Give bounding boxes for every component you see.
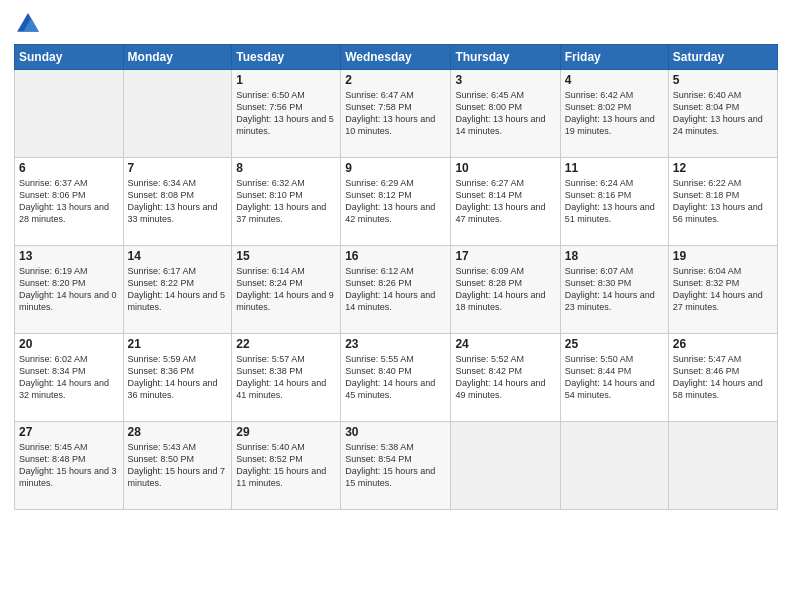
- day-number: 15: [236, 249, 336, 263]
- day-info: Sunrise: 6:14 AMSunset: 8:24 PMDaylight:…: [236, 265, 336, 314]
- day-info: Sunrise: 6:27 AMSunset: 8:14 PMDaylight:…: [455, 177, 555, 226]
- day-number: 21: [128, 337, 228, 351]
- day-info: Sunrise: 6:32 AMSunset: 8:10 PMDaylight:…: [236, 177, 336, 226]
- day-cell: 11Sunrise: 6:24 AMSunset: 8:16 PMDayligh…: [560, 158, 668, 246]
- day-number: 26: [673, 337, 773, 351]
- day-cell: 7Sunrise: 6:34 AMSunset: 8:08 PMDaylight…: [123, 158, 232, 246]
- logo-icon: [14, 10, 42, 38]
- day-number: 10: [455, 161, 555, 175]
- day-number: 11: [565, 161, 664, 175]
- day-info: Sunrise: 6:09 AMSunset: 8:28 PMDaylight:…: [455, 265, 555, 314]
- weekday-header-sunday: Sunday: [15, 45, 124, 70]
- day-cell: 6Sunrise: 6:37 AMSunset: 8:06 PMDaylight…: [15, 158, 124, 246]
- day-info: Sunrise: 6:04 AMSunset: 8:32 PMDaylight:…: [673, 265, 773, 314]
- day-info: Sunrise: 6:24 AMSunset: 8:16 PMDaylight:…: [565, 177, 664, 226]
- day-number: 18: [565, 249, 664, 263]
- day-cell: [560, 422, 668, 510]
- day-cell: 14Sunrise: 6:17 AMSunset: 8:22 PMDayligh…: [123, 246, 232, 334]
- day-cell: 3Sunrise: 6:45 AMSunset: 8:00 PMDaylight…: [451, 70, 560, 158]
- day-number: 29: [236, 425, 336, 439]
- weekday-header-monday: Monday: [123, 45, 232, 70]
- day-number: 9: [345, 161, 446, 175]
- day-info: Sunrise: 6:29 AMSunset: 8:12 PMDaylight:…: [345, 177, 446, 226]
- day-number: 4: [565, 73, 664, 87]
- day-cell: 30Sunrise: 5:38 AMSunset: 8:54 PMDayligh…: [341, 422, 451, 510]
- day-info: Sunrise: 6:22 AMSunset: 8:18 PMDaylight:…: [673, 177, 773, 226]
- day-number: 23: [345, 337, 446, 351]
- day-number: 17: [455, 249, 555, 263]
- day-cell: 4Sunrise: 6:42 AMSunset: 8:02 PMDaylight…: [560, 70, 668, 158]
- day-cell: 16Sunrise: 6:12 AMSunset: 8:26 PMDayligh…: [341, 246, 451, 334]
- day-cell: 25Sunrise: 5:50 AMSunset: 8:44 PMDayligh…: [560, 334, 668, 422]
- day-cell: [451, 422, 560, 510]
- day-cell: 19Sunrise: 6:04 AMSunset: 8:32 PMDayligh…: [668, 246, 777, 334]
- day-number: 12: [673, 161, 773, 175]
- week-row-1: 1Sunrise: 6:50 AMSunset: 7:56 PMDaylight…: [15, 70, 778, 158]
- day-cell: 8Sunrise: 6:32 AMSunset: 8:10 PMDaylight…: [232, 158, 341, 246]
- day-number: 24: [455, 337, 555, 351]
- week-row-3: 13Sunrise: 6:19 AMSunset: 8:20 PMDayligh…: [15, 246, 778, 334]
- day-info: Sunrise: 5:52 AMSunset: 8:42 PMDaylight:…: [455, 353, 555, 402]
- day-number: 30: [345, 425, 446, 439]
- day-cell: 22Sunrise: 5:57 AMSunset: 8:38 PMDayligh…: [232, 334, 341, 422]
- day-info: Sunrise: 5:47 AMSunset: 8:46 PMDaylight:…: [673, 353, 773, 402]
- day-info: Sunrise: 6:17 AMSunset: 8:22 PMDaylight:…: [128, 265, 228, 314]
- day-info: Sunrise: 6:45 AMSunset: 8:00 PMDaylight:…: [455, 89, 555, 138]
- day-cell: 23Sunrise: 5:55 AMSunset: 8:40 PMDayligh…: [341, 334, 451, 422]
- day-info: Sunrise: 5:43 AMSunset: 8:50 PMDaylight:…: [128, 441, 228, 490]
- day-info: Sunrise: 5:38 AMSunset: 8:54 PMDaylight:…: [345, 441, 446, 490]
- day-info: Sunrise: 6:34 AMSunset: 8:08 PMDaylight:…: [128, 177, 228, 226]
- day-number: 8: [236, 161, 336, 175]
- day-info: Sunrise: 6:37 AMSunset: 8:06 PMDaylight:…: [19, 177, 119, 226]
- day-cell: 26Sunrise: 5:47 AMSunset: 8:46 PMDayligh…: [668, 334, 777, 422]
- day-number: 3: [455, 73, 555, 87]
- day-number: 2: [345, 73, 446, 87]
- week-row-5: 27Sunrise: 5:45 AMSunset: 8:48 PMDayligh…: [15, 422, 778, 510]
- logo: [14, 10, 46, 38]
- day-cell: 24Sunrise: 5:52 AMSunset: 8:42 PMDayligh…: [451, 334, 560, 422]
- day-cell: 1Sunrise: 6:50 AMSunset: 7:56 PMDaylight…: [232, 70, 341, 158]
- day-info: Sunrise: 6:42 AMSunset: 8:02 PMDaylight:…: [565, 89, 664, 138]
- day-cell: 13Sunrise: 6:19 AMSunset: 8:20 PMDayligh…: [15, 246, 124, 334]
- day-cell: 2Sunrise: 6:47 AMSunset: 7:58 PMDaylight…: [341, 70, 451, 158]
- weekday-header-thursday: Thursday: [451, 45, 560, 70]
- day-cell: 10Sunrise: 6:27 AMSunset: 8:14 PMDayligh…: [451, 158, 560, 246]
- weekday-header-friday: Friday: [560, 45, 668, 70]
- weekday-header-tuesday: Tuesday: [232, 45, 341, 70]
- day-cell: 9Sunrise: 6:29 AMSunset: 8:12 PMDaylight…: [341, 158, 451, 246]
- day-number: 6: [19, 161, 119, 175]
- day-cell: [123, 70, 232, 158]
- day-number: 14: [128, 249, 228, 263]
- weekday-header-wednesday: Wednesday: [341, 45, 451, 70]
- day-cell: 28Sunrise: 5:43 AMSunset: 8:50 PMDayligh…: [123, 422, 232, 510]
- day-number: 27: [19, 425, 119, 439]
- day-info: Sunrise: 6:12 AMSunset: 8:26 PMDaylight:…: [345, 265, 446, 314]
- day-cell: 20Sunrise: 6:02 AMSunset: 8:34 PMDayligh…: [15, 334, 124, 422]
- day-cell: 5Sunrise: 6:40 AMSunset: 8:04 PMDaylight…: [668, 70, 777, 158]
- day-info: Sunrise: 6:07 AMSunset: 8:30 PMDaylight:…: [565, 265, 664, 314]
- day-number: 13: [19, 249, 119, 263]
- day-cell: 27Sunrise: 5:45 AMSunset: 8:48 PMDayligh…: [15, 422, 124, 510]
- day-number: 5: [673, 73, 773, 87]
- day-info: Sunrise: 5:59 AMSunset: 8:36 PMDaylight:…: [128, 353, 228, 402]
- day-info: Sunrise: 5:50 AMSunset: 8:44 PMDaylight:…: [565, 353, 664, 402]
- day-info: Sunrise: 6:40 AMSunset: 8:04 PMDaylight:…: [673, 89, 773, 138]
- day-number: 25: [565, 337, 664, 351]
- weekday-header-row: SundayMondayTuesdayWednesdayThursdayFrid…: [15, 45, 778, 70]
- day-info: Sunrise: 5:40 AMSunset: 8:52 PMDaylight:…: [236, 441, 336, 490]
- day-info: Sunrise: 5:55 AMSunset: 8:40 PMDaylight:…: [345, 353, 446, 402]
- day-number: 16: [345, 249, 446, 263]
- day-number: 7: [128, 161, 228, 175]
- week-row-2: 6Sunrise: 6:37 AMSunset: 8:06 PMDaylight…: [15, 158, 778, 246]
- week-row-4: 20Sunrise: 6:02 AMSunset: 8:34 PMDayligh…: [15, 334, 778, 422]
- calendar-table: SundayMondayTuesdayWednesdayThursdayFrid…: [14, 44, 778, 510]
- day-number: 1: [236, 73, 336, 87]
- day-number: 22: [236, 337, 336, 351]
- header: [14, 10, 778, 38]
- day-info: Sunrise: 5:45 AMSunset: 8:48 PMDaylight:…: [19, 441, 119, 490]
- day-number: 20: [19, 337, 119, 351]
- day-cell: 21Sunrise: 5:59 AMSunset: 8:36 PMDayligh…: [123, 334, 232, 422]
- day-info: Sunrise: 6:47 AMSunset: 7:58 PMDaylight:…: [345, 89, 446, 138]
- day-info: Sunrise: 6:19 AMSunset: 8:20 PMDaylight:…: [19, 265, 119, 314]
- day-number: 28: [128, 425, 228, 439]
